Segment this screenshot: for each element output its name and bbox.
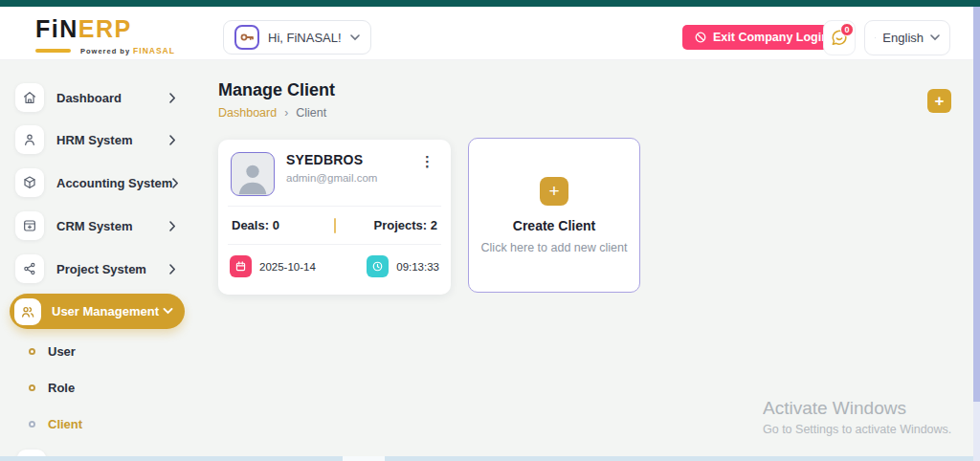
chevron-right-icon [169, 221, 176, 231]
app-logo[interactable]: FiNERP Powered byFINASAL [35, 16, 175, 55]
key-icon [238, 29, 256, 46]
vertical-scrollbar-thumb[interactable] [973, 7, 980, 402]
sidebar-item-dashboard[interactable]: Dashboard [15, 83, 176, 112]
page-title: Manage Client [218, 80, 335, 100]
client-more-menu-button[interactable]: ⋮ [416, 152, 438, 170]
subitem-label: Client [48, 417, 82, 431]
app-header: FiNERP Powered byFINASAL Hi, FiNASAL! Ex… [0, 7, 980, 60]
cube-icon [22, 175, 37, 190]
subitem-label: User [48, 344, 76, 359]
logo-fin: FiN [35, 15, 78, 42]
user-greeting: Hi, FiNASAL! [268, 31, 342, 45]
horizontal-scrollbar-thumb[interactable] [343, 456, 385, 461]
sidebar-item-label: Accounting System [56, 176, 172, 190]
chevron-right-icon [169, 93, 176, 103]
client-created-time: 09:13:33 [396, 261, 439, 273]
sidebar-subitem-role[interactable]: Role [29, 381, 75, 395]
chevron-right-icon [169, 264, 176, 274]
sidebar-item-label: Project System [56, 262, 146, 276]
clock-icon [371, 260, 384, 273]
sidebar-item-label: CRM System [56, 219, 132, 233]
watermark-line1: Activate Windows [763, 398, 951, 419]
client-avatar [231, 152, 275, 196]
share-nodes-icon [22, 261, 37, 276]
create-client-plus-button[interactable]: + [540, 177, 568, 206]
globe-icon [875, 30, 876, 46]
powered-brand: FINASAL [133, 46, 175, 55]
client-projects: Projects: 2 [374, 218, 437, 232]
chevron-right-icon [172, 178, 179, 188]
exit-company-login-button[interactable]: Exit Company Login [682, 25, 840, 50]
create-client-subtitle: Click here to add new client [481, 241, 628, 254]
breadcrumb-current: Client [296, 106, 326, 120]
logo-erp: ERP [78, 15, 132, 42]
person-icon [22, 132, 37, 147]
language-label: English [882, 31, 924, 45]
chevron-down-icon [350, 34, 360, 41]
create-client-title: Create Client [513, 218, 595, 233]
breadcrumb: Dashboard › Client [218, 106, 326, 120]
breadcrumb-dashboard-link[interactable]: Dashboard [218, 106, 277, 120]
person-silhouette-icon [234, 159, 272, 195]
horizontal-scrollbar[interactable] [0, 456, 973, 461]
notifications-button[interactable]: 0 [823, 20, 856, 55]
calendar-icon [234, 260, 247, 273]
breadcrumb-separator: › [284, 106, 288, 120]
user-menu[interactable]: Hi, FiNASAL! [223, 20, 371, 55]
sidebar-item-user-management[interactable]: User Management [10, 294, 185, 329]
bullet-icon [29, 384, 35, 391]
screen: FiNERP Powered byFINASAL Hi, FiNASAL! Ex… [0, 0, 980, 461]
logo-tagline: Powered byFINASAL [35, 46, 175, 55]
client-name: SYEDBROS [286, 152, 416, 167]
client-deals: Deals: 0 [232, 218, 279, 232]
language-selector[interactable]: English [864, 20, 950, 55]
activate-windows-watermark: Activate Windows Go to Settings to activ… [763, 398, 951, 436]
prohibition-icon [694, 31, 707, 44]
client-email: admin@gmail.com [286, 172, 416, 184]
home-icon [22, 90, 37, 105]
subitem-label: Role [48, 381, 75, 395]
users-icon [20, 304, 35, 319]
chevron-right-icon [169, 135, 176, 145]
sidebar-item-project-system[interactable]: Project System [15, 254, 176, 283]
bullet-icon [29, 348, 35, 355]
browser-plus-icon [22, 218, 37, 233]
add-client-button[interactable]: + [927, 89, 951, 113]
top-accent-bar [0, 0, 980, 7]
logo-wordmark: FiNERP [35, 16, 175, 43]
powered-by-text: Powered by [80, 47, 130, 55]
bullet-icon [29, 421, 35, 428]
client-card: SYEDBROS admin@gmail.com ⋮ Deals: 0 Proj… [218, 140, 451, 295]
sidebar-subitem-user[interactable]: User [29, 344, 76, 359]
chevron-down-icon [930, 34, 940, 41]
sidebar-group-label: User Management [52, 304, 159, 318]
sidebar-item-hrm-system[interactable]: HRM System [15, 125, 176, 154]
logo-underline [35, 49, 71, 53]
sidebar-item-label: HRM System [56, 133, 132, 147]
exit-button-label: Exit Company Login [713, 31, 829, 44]
sidebar-item-crm-system[interactable]: CRM System [15, 211, 176, 240]
sidebar-item-accounting-system[interactable]: Accounting System [15, 168, 176, 197]
user-avatar [234, 25, 259, 50]
vertical-scrollbar[interactable] [973, 7, 980, 461]
sidebar-item-label: Dashboard [56, 91, 122, 105]
sidebar-subitem-client[interactable]: Client [29, 417, 82, 431]
client-created-date: 2025-10-14 [259, 261, 316, 273]
watermark-line2: Go to Settings to activate Windows. [763, 423, 951, 436]
chevron-down-icon [163, 308, 173, 315]
create-client-card[interactable]: + Create Client Click here to add new cl… [468, 138, 640, 293]
stats-divider [334, 218, 336, 233]
notification-count-badge: 0 [840, 23, 854, 36]
